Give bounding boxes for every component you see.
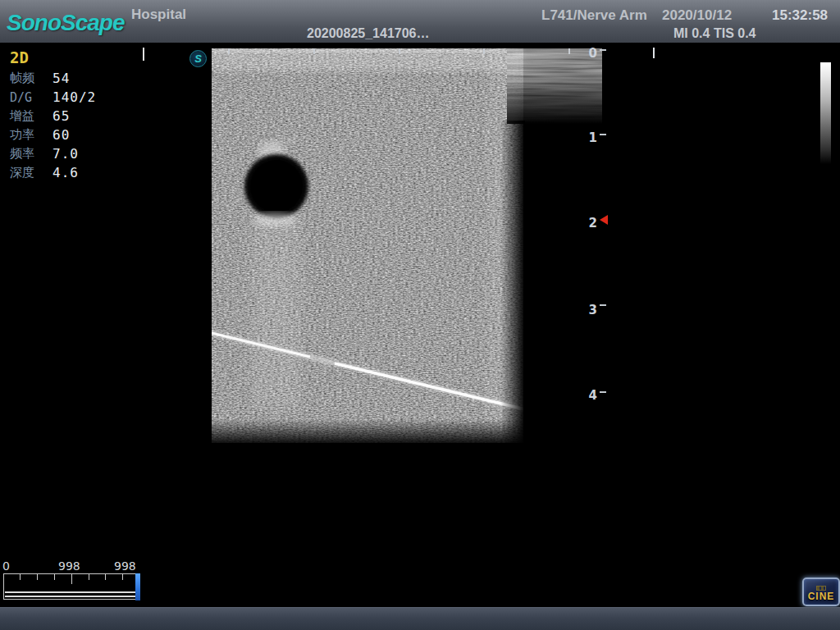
probe-preset: L741/Nerve Arm <box>541 7 647 24</box>
param-label: 频率 <box>10 146 52 162</box>
depth-label: 0 <box>579 46 597 61</box>
param-value: 140/2 <box>52 89 96 105</box>
cine-button[interactable]: CINE <box>802 578 840 606</box>
probe-orientation-tick <box>653 48 655 58</box>
depth-tick <box>600 391 606 393</box>
lateral-tick <box>228 48 230 54</box>
cine-tick <box>89 574 89 580</box>
param-row-framerate: 帧频 54 <box>10 69 141 88</box>
depth-label: 3 <box>579 303 597 317</box>
film-icon <box>816 586 826 591</box>
cine-total-frames: 998 <box>114 559 136 573</box>
cine-track-line <box>5 596 139 597</box>
depth-tick <box>600 304 606 306</box>
cine-tick <box>105 574 106 580</box>
param-label: 功率 <box>10 127 52 143</box>
focus-arrow-icon[interactable] <box>600 215 608 225</box>
parameter-panel: 帧频 54 D/G 140/2 增益 65 功率 60 频率 7.0 深度 4.… <box>10 69 141 182</box>
param-row-gain: 增益 65 <box>10 107 141 126</box>
exam-id: 20200825_141706… <box>307 26 429 41</box>
param-label: 帧频 <box>10 71 52 86</box>
depth-tick <box>600 49 606 51</box>
param-value: 54 <box>52 71 70 86</box>
depth-tick <box>600 134 606 135</box>
param-label: 增益 <box>10 108 52 124</box>
system-date: 2020/10/12 <box>662 7 732 24</box>
param-row-dynamic-range: D/G 140/2 <box>10 88 141 107</box>
cine-track-line <box>5 591 139 593</box>
cine-tick <box>122 574 123 580</box>
cine-start-frame: 0 <box>2 559 10 573</box>
system-time: 15:32:58 <box>772 7 828 24</box>
depth-label: 4 <box>579 388 597 403</box>
depth-label: 2 <box>579 216 597 231</box>
param-label: 深度 <box>10 165 52 180</box>
param-value: 65 <box>52 108 70 124</box>
cine-current-frame: 998 <box>58 559 80 573</box>
cine-tick-mid <box>71 574 72 584</box>
cine-tick <box>37 574 38 580</box>
mi-tis-indices: MI 0.4 TIS 0.4 <box>673 26 756 41</box>
ultrasound-screen: SonoScape Hospital 20200825_141706… L741… <box>0 0 840 630</box>
cine-scrubber[interactable] <box>3 573 140 600</box>
sonoscape-logo: SonoScape <box>7 10 124 36</box>
ultrasound-image <box>212 48 602 443</box>
s-icon: S <box>189 50 207 67</box>
cine-playhead[interactable] <box>135 573 140 600</box>
hospital-name: Hospital <box>131 7 186 23</box>
lateral-tick <box>399 48 400 54</box>
top-status-bar: SonoScape Hospital 20200825_141706… L741… <box>0 0 840 43</box>
cine-tick <box>20 574 21 580</box>
param-label: D/G <box>10 90 52 105</box>
param-value: 4.6 <box>52 165 79 180</box>
taskbar: × <box>0 607 840 630</box>
param-value: 60 <box>52 127 70 143</box>
param-value: 7.0 <box>52 146 79 162</box>
depth-label: 1 <box>579 130 597 145</box>
grayscale-bar <box>820 62 831 164</box>
annotation-cursor <box>143 48 144 61</box>
param-row-power: 功率 60 <box>10 126 141 144</box>
lateral-tick <box>313 48 315 54</box>
param-row-frequency: 频率 7.0 <box>10 144 141 163</box>
cine-frame-numbers: 0 998 998 <box>0 559 148 573</box>
cine-tick <box>54 574 55 580</box>
mode-label: 2D <box>10 48 29 66</box>
lateral-tick <box>483 48 485 54</box>
cine-button-label: CINE <box>808 591 835 602</box>
param-row-depth: 深度 4.6 <box>10 163 141 182</box>
lateral-tick <box>568 48 570 54</box>
